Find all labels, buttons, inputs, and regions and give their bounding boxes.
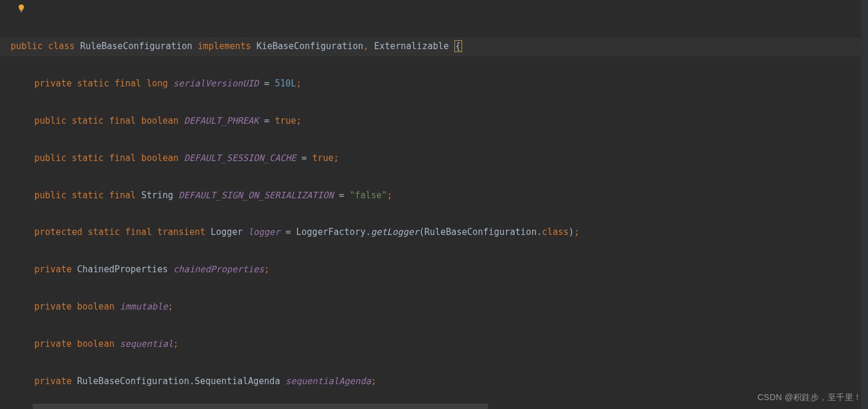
field-default-session-cache[interactable]: public static final boolean DEFAULT_SESS… xyxy=(11,149,868,168)
keyword-public: public xyxy=(11,41,43,51)
field-default-phreak[interactable]: public static final boolean DEFAULT_PHRE… xyxy=(11,112,868,130)
interface-2: Externalizable xyxy=(374,41,448,51)
keyword-class: class xyxy=(48,41,75,51)
code-content[interactable]: public class RuleBaseConfiguration imple… xyxy=(0,19,868,409)
open-brace-caret: { xyxy=(454,40,462,52)
field-serialVersionUID[interactable]: private static final long serialVersionU… xyxy=(11,75,868,93)
comma: , xyxy=(363,41,369,51)
field-sequential[interactable]: private boolean sequential; xyxy=(11,335,868,353)
intention-bulb-row xyxy=(0,2,868,19)
field-default-sign[interactable]: public static final String DEFAULT_SIGN_… xyxy=(11,186,868,205)
class-name: RuleBaseConfiguration xyxy=(80,41,192,51)
lightbulb-icon[interactable] xyxy=(17,4,26,15)
keyword-implements: implements xyxy=(198,41,251,51)
svg-rect-0 xyxy=(20,11,22,11)
interface-1: KieBaseConfiguration xyxy=(256,41,363,51)
field-logger[interactable]: protected static final transient Logger … xyxy=(11,223,868,241)
class-declaration-line[interactable]: public class RuleBaseConfiguration imple… xyxy=(0,37,868,56)
code-editor[interactable]: public class RuleBaseConfiguration imple… xyxy=(0,0,868,409)
field-immutable[interactable]: private boolean immutable; xyxy=(11,298,868,316)
svg-rect-1 xyxy=(21,12,22,12)
editor-gutter-right[interactable] xyxy=(861,0,868,409)
field-sequentialAgenda[interactable]: private RuleBaseConfiguration.Sequential… xyxy=(11,372,868,391)
field-chainedProperties[interactable]: private ChainedProperties chainedPropert… xyxy=(11,260,868,279)
horizontal-scrollbar[interactable] xyxy=(33,404,488,409)
